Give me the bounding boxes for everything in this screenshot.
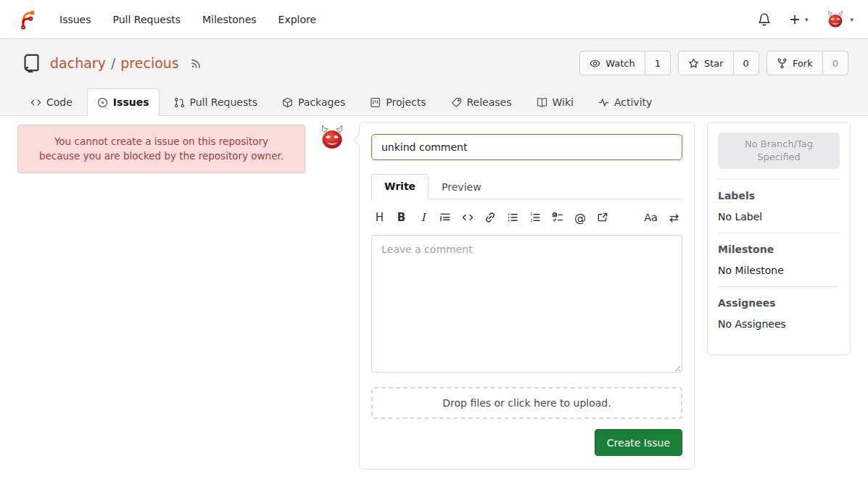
watch-label: Watch <box>605 58 635 69</box>
fork-label: Fork <box>793 58 813 69</box>
labels-header[interactable]: Labels <box>718 190 840 201</box>
notifications-bell-icon[interactable] <box>757 12 772 27</box>
quote-button[interactable] <box>439 212 451 223</box>
repo-tab-bar: Code Issues Pull Requests <box>20 88 662 116</box>
editor-tab-bar: Write Preview <box>371 173 682 199</box>
tab-wiki[interactable]: Wiki <box>526 88 584 116</box>
rss-feed-icon[interactable] <box>191 57 202 69</box>
watch-count[interactable]: 1 <box>645 51 670 75</box>
file-dropzone[interactable]: Drop files or click here to upload. <box>371 387 682 419</box>
task-list-button[interactable] <box>552 212 563 223</box>
tab-packages-label: Packages <box>298 96 345 108</box>
ordered-list-button[interactable]: 1 2 <box>529 212 541 223</box>
tab-activity-label: Activity <box>614 96 652 108</box>
branch-button-line1: No Branch/Tag <box>745 138 813 151</box>
page-content: You cannot create a issue on this reposi… <box>0 116 868 482</box>
assignees-header[interactable]: Assignees <box>718 297 840 309</box>
tab-issues[interactable]: Issues <box>87 88 160 116</box>
sidebar-divider <box>718 286 840 287</box>
user-avatar <box>825 9 846 30</box>
issue-author-avatar[interactable] <box>318 123 347 152</box>
dropzone-label: Drop files or click here to upload. <box>442 397 611 409</box>
assignees-value: No Assignees <box>718 318 840 330</box>
star-button-group: Star 0 <box>678 51 759 75</box>
font-toggle-button[interactable]: Aa <box>644 212 658 223</box>
milestone-value: No Milestone <box>718 265 840 276</box>
repo-book-icon <box>22 53 41 72</box>
issue-sidebar: No Branch/Tag Specified Labels No Label … <box>707 122 851 355</box>
repo-name-link[interactable]: precious <box>120 55 178 71</box>
tab-issues-label: Issues <box>113 96 149 108</box>
error-flash-message: You cannot create a issue on this reposi… <box>17 125 305 173</box>
tab-releases-label: Releases <box>467 96 512 108</box>
bold-button[interactable]: B <box>396 211 407 224</box>
pulse-icon <box>598 97 609 108</box>
comment-textarea[interactable] <box>371 235 682 373</box>
branch-button-line2: Specified <box>757 151 801 164</box>
italic-button[interactable]: I <box>418 211 429 224</box>
chevron-down-icon: ▾ <box>850 16 853 23</box>
sidebar-divider <box>718 233 840 233</box>
package-icon <box>282 97 293 108</box>
issue-opened-icon <box>97 97 108 108</box>
sidebar-divider <box>718 179 840 180</box>
write-tab[interactable]: Write <box>371 174 429 199</box>
tab-code-label: Code <box>46 96 73 108</box>
repo-title: dachary / precious <box>50 55 179 71</box>
navbar-item-pull-requests[interactable]: Pull Requests <box>113 14 181 25</box>
issue-title-input[interactable] <box>371 134 682 160</box>
tag-icon <box>451 97 462 108</box>
labels-value: No Label <box>718 211 840 223</box>
repo-separator: / <box>111 55 115 71</box>
navbar-item-explore[interactable]: Explore <box>278 14 317 25</box>
repo-owner-link[interactable]: dachary <box>50 55 106 71</box>
repo-header: dachary / precious Watch 1 <box>0 39 868 116</box>
tab-packages[interactable]: Packages <box>272 88 355 116</box>
watch-button[interactable]: Watch <box>580 51 644 75</box>
fork-button-group: Fork 0 <box>766 51 848 75</box>
star-button[interactable]: Star <box>679 51 733 75</box>
star-count[interactable]: 0 <box>733 51 759 75</box>
code-icon <box>30 97 41 108</box>
fork-button[interactable]: Fork <box>767 51 822 75</box>
project-board-icon <box>370 97 381 108</box>
navbar-links: Issues Pull Requests Milestones Explore <box>59 14 316 25</box>
comment-area-wrapper <box>371 226 682 375</box>
star-label: Star <box>704 58 724 69</box>
create-issue-button[interactable]: Create Issue <box>595 429 682 456</box>
new-issue-form-panel: Write Preview H B I <box>359 122 695 470</box>
tab-pull-requests[interactable]: Pull Requests <box>164 88 268 116</box>
fork-count[interactable]: 0 <box>822 51 848 75</box>
preview-tab[interactable]: Preview <box>429 175 495 199</box>
mention-button[interactable]: @ <box>574 211 586 225</box>
forgejo-logo-icon[interactable] <box>15 9 36 30</box>
navbar-item-milestones[interactable]: Milestones <box>202 14 257 25</box>
repo-action-buttons: Watch 1 Star 0 <box>579 51 848 75</box>
cross-reference-button[interactable] <box>597 212 608 223</box>
heading-button[interactable]: H <box>374 211 385 224</box>
create-new-dropdown[interactable]: + ▾ <box>789 12 808 26</box>
user-menu-dropdown[interactable]: ▾ <box>825 9 853 30</box>
tab-projects-label: Projects <box>386 96 426 108</box>
navbar-right: + ▾ ▾ <box>757 9 853 30</box>
tab-releases[interactable]: Releases <box>441 88 522 116</box>
milestone-header[interactable]: Milestone <box>718 244 840 255</box>
watch-button-group: Watch 1 <box>579 51 671 75</box>
top-navbar: Issues Pull Requests Milestones Explore … <box>0 0 868 39</box>
tab-projects[interactable]: Projects <box>360 88 436 116</box>
svg-text:2: 2 <box>530 218 532 223</box>
book-icon <box>537 97 547 108</box>
branch-tag-button: No Branch/Tag Specified <box>718 133 840 169</box>
tab-code[interactable]: Code <box>20 88 83 116</box>
markdown-toolbar: H B I <box>371 209 682 226</box>
star-icon <box>688 58 699 69</box>
tab-wiki-label: Wiki <box>553 96 574 108</box>
tab-activity[interactable]: Activity <box>588 88 662 116</box>
switch-editor-button[interactable]: ⇄ <box>669 211 679 225</box>
eye-icon <box>590 58 600 69</box>
link-button[interactable] <box>484 212 496 223</box>
unordered-list-button[interactable] <box>507 212 518 223</box>
navbar-item-issues[interactable]: Issues <box>59 14 91 25</box>
code-button[interactable] <box>462 212 474 223</box>
plus-icon: + <box>789 12 801 26</box>
